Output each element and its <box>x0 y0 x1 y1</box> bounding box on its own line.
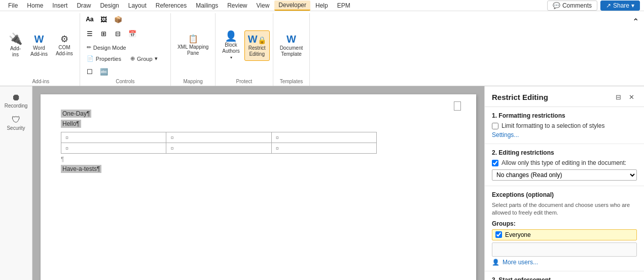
start-enforcement-section: 3. Start enforcement Are you ready to ap… <box>485 271 644 280</box>
controls-group-label: Controls <box>83 78 167 86</box>
security-icon: 🛡 <box>12 115 21 125</box>
group-arrow-icon: ▾ <box>155 55 158 62</box>
recording-icon: ⏺ <box>12 92 21 103</box>
menu-insert[interactable]: Insert <box>48 1 71 10</box>
com-add-ins-label: COMAdd-ins <box>56 45 73 57</box>
control-calendar-btn[interactable]: 📅 <box>126 27 139 40</box>
control-extra1-btn[interactable]: ☐ <box>83 65 96 78</box>
page-corner-mark <box>454 101 461 111</box>
ribbon-tools-add-ins: 🔌 Add-ins W WordAdd-ins ⚙ COMAdd-ins <box>5 13 77 78</box>
menu-draw[interactable]: Draw <box>73 1 95 10</box>
block-authors-label: BlockAuthors <box>222 42 239 54</box>
ribbon-tools-controls: Aa 🖼 📦 ☰ ⊞ ⊟ 📅 ✏ Design Mode <box>83 13 167 78</box>
xml-mapping-button[interactable]: 📋 XML MappingPane <box>174 30 212 61</box>
comment-icon: 💬 <box>553 2 560 9</box>
add-ins-group-label: Add-ins <box>5 78 77 86</box>
menu-file[interactable]: File <box>4 1 22 10</box>
mapping-group-label: Mapping <box>174 78 212 86</box>
control-table-btn[interactable]: ⊟ <box>112 27 125 40</box>
templates-group-label: Templates <box>276 78 307 86</box>
ribbon-content: 🔌 Add-ins W WordAdd-ins ⚙ COMAdd-ins Add… <box>0 11 644 86</box>
table-row-1: ¤ ¤ ¤ <box>61 132 377 143</box>
ribbon-group-templates: W DocumentTemplate Templates <box>273 13 310 86</box>
table-cell-1-3: ¤ <box>271 132 376 143</box>
document-template-button[interactable]: W DocumentTemplate <box>276 30 307 61</box>
document-template-label: DocumentTemplate <box>280 45 303 57</box>
formatting-checkbox-label: Limit formatting to a selection of style… <box>502 122 604 129</box>
more-users-icon: 👤 <box>492 259 499 266</box>
security-label: Security <box>7 125 25 131</box>
recording-label: Recording <box>5 103 28 109</box>
doc-line-2: Hello¶ <box>61 120 81 128</box>
editing-dropdown-row: No changes (Read only) Tracked changes C… <box>492 169 637 181</box>
comments-button[interactable]: 💬 Comments <box>547 1 597 11</box>
menu-review[interactable]: Review <box>223 1 251 10</box>
menu-epm[interactable]: EPM <box>333 1 354 10</box>
com-add-ins-button[interactable]: ⚙ COMAdd-ins <box>52 30 77 61</box>
everyone-label: Everyone <box>505 231 531 238</box>
ribbon-group-protect: 👤 BlockAuthors ▾ W🔒 RestrictEditing Prot… <box>216 13 273 86</box>
xml-mapping-label: XML MappingPane <box>177 44 208 56</box>
menu-design[interactable]: Design <box>96 1 123 10</box>
more-users-button[interactable]: 👤 More users... <box>492 259 637 266</box>
add-ins-button[interactable]: 🔌 Add-ins <box>5 30 26 61</box>
table-cell-1-2: ¤ <box>166 132 271 143</box>
word-add-ins-button[interactable]: W WordAdd-ins <box>27 30 51 61</box>
menu-references[interactable]: References <box>152 1 191 10</box>
panel-header: Restrict Editing ⊟ ✕ <box>485 86 644 107</box>
doc-line-1: One-Day¶ <box>61 110 91 118</box>
editing-checkbox[interactable] <box>492 160 498 166</box>
editing-restrictions-heading: 2. Editing restrictions <box>492 149 637 156</box>
ribbon-group-controls: Aa 🖼 📦 ☰ ⊞ ⊟ 📅 ✏ Design Mode <box>80 13 171 86</box>
panel-close-button[interactable]: ✕ <box>626 91 637 102</box>
everyone-checkbox-row: Everyone <box>492 229 637 240</box>
document-page[interactable]: One-Day¶ Hello¶ ¤ ¤ ¤ ¤ ¤ <box>41 94 476 280</box>
menu-mailings[interactable]: Mailings <box>192 1 222 10</box>
ribbon-collapse-button[interactable]: ⌃ <box>629 15 642 27</box>
control-combo-btn[interactable]: 📦 <box>112 13 125 25</box>
menu-help[interactable]: Help <box>311 1 332 10</box>
share-button[interactable]: ↗ Share ▾ <box>600 1 640 11</box>
everyone-checkbox[interactable] <box>495 231 502 238</box>
exceptions-heading: Exceptions (optional) <box>492 191 637 198</box>
group-button[interactable]: ⊕ Group ▾ <box>127 54 167 63</box>
groups-label: Groups: <box>492 220 637 227</box>
control-aa-btn[interactable]: Aa <box>83 13 96 25</box>
cell-symbol-2: ¤ <box>170 134 173 141</box>
document-template-icon: W <box>287 34 296 44</box>
control-img-btn[interactable]: 🖼 <box>97 13 111 25</box>
header-right: 💬 Comments ↗ Share ▾ <box>547 1 640 11</box>
block-authors-button[interactable]: 👤 BlockAuthors ▾ <box>219 30 243 61</box>
com-icon: ⚙ <box>60 34 68 44</box>
settings-link[interactable]: Settings... <box>492 131 519 138</box>
design-mode-button[interactable]: ✏ Design Mode <box>83 43 130 52</box>
table-cell-2-3: ¤ <box>271 143 376 154</box>
ribbon: 🔌 Add-ins W WordAdd-ins ⚙ COMAdd-ins Add… <box>0 11 644 86</box>
control-extra2-btn[interactable]: 🔤 <box>97 65 111 78</box>
more-users-label: More users... <box>503 259 538 266</box>
ribbon-group-mapping: 📋 XML MappingPane Mapping <box>171 13 216 86</box>
menu-developer[interactable]: Developer <box>274 1 310 11</box>
panel-collapse-button[interactable]: ⊟ <box>613 91 624 102</box>
menu-layout[interactable]: Layout <box>124 1 151 10</box>
protect-group-label: Protect <box>219 78 269 86</box>
sidebar-item-recording[interactable]: ⏺ Recording <box>2 90 31 111</box>
cell-symbol-3: ¤ <box>276 134 279 141</box>
restrict-editing-button[interactable]: W🔒 RestrictEditing <box>244 30 270 61</box>
formatting-checkbox[interactable] <box>492 123 498 129</box>
table-cell-1-1: ¤ <box>61 132 166 143</box>
exceptions-description: Select parts of the document and choose … <box>492 201 637 217</box>
sidebar-item-security[interactable]: 🛡 Security <box>2 113 31 133</box>
editing-restrictions-section: 2. Editing restrictions Allow only this … <box>485 144 644 186</box>
menu-home[interactable]: Home <box>23 1 47 10</box>
properties-button[interactable]: 📄 Properties <box>83 54 125 63</box>
add-ins-icon: 🔌 <box>9 33 22 45</box>
editing-type-dropdown[interactable]: No changes (Read only) Tracked changes C… <box>492 169 637 181</box>
control-list-btn[interactable]: ☰ <box>83 27 96 40</box>
users-input-area[interactable] <box>492 242 637 257</box>
menu-view[interactable]: View <box>253 1 274 10</box>
table-cell-2-1: ¤ <box>61 143 166 154</box>
editing-checkbox-row: Allow only this type of editing in the d… <box>492 159 637 166</box>
formatting-checkbox-row: Limit formatting to a selection of style… <box>492 122 637 129</box>
control-grid-btn[interactable]: ⊞ <box>97 27 111 40</box>
